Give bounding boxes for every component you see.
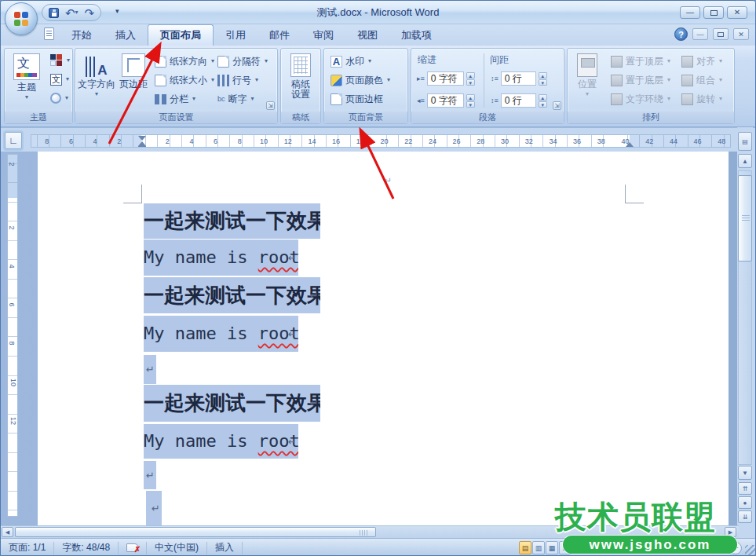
paragraph-line[interactable]: My name is rootxo。↵ (144, 424, 298, 459)
scroll-down-button[interactable]: ▼ (738, 466, 752, 480)
spacing-after-spinner[interactable]: ▲▼ (539, 94, 547, 108)
paragraph-mark: ↵ (310, 215, 319, 227)
select-browse-object-button[interactable]: ● (738, 496, 752, 509)
manuscript-settings-button[interactable]: 稿纸 设置 (283, 50, 318, 113)
empty-paragraph-line[interactable]: ↵ (144, 461, 156, 489)
paragraph-line[interactable]: 一起来测试一下效果吧。↵ (144, 203, 320, 239)
text-direction-button[interactable]: A 文字方向 ▾ (78, 50, 115, 113)
empty-paragraph-line[interactable]: ↵ (146, 491, 162, 525)
doc-minimize-button[interactable]: — (692, 28, 708, 40)
resize-grip[interactable] (745, 545, 755, 555)
maximize-button[interactable] (703, 6, 724, 19)
close-button[interactable]: ✕ (727, 6, 747, 19)
theme-effects-button[interactable]: ▾ (48, 90, 71, 107)
help-button[interactable]: ? (674, 27, 688, 41)
tab-home[interactable]: 开始 (60, 24, 104, 46)
columns-button[interactable]: 分栏▾ (152, 90, 198, 108)
themes-button[interactable]: 主题 ▾ (7, 50, 46, 113)
margins-button[interactable]: 页边距 (116, 50, 151, 113)
tab-review[interactable]: 审阅 (301, 24, 345, 46)
tab-references[interactable]: 引用 (214, 24, 257, 46)
document-page[interactable]: ↵ 一起来测试一下效果吧。↵ My name is rootxo。↵ 一起来测试… (38, 152, 729, 525)
empty-paragraph-line[interactable]: ↵ (144, 355, 156, 384)
tab-selector-button[interactable]: ∟ (5, 132, 22, 149)
bring-to-front-icon (611, 56, 623, 68)
bring-to-front-button[interactable]: 置于顶层▾ (608, 53, 673, 70)
spacing-before-spinner[interactable]: ▲▼ (539, 72, 547, 86)
right-indent-marker[interactable] (626, 142, 634, 147)
tab-insert[interactable]: 插入 (104, 24, 148, 46)
paragraph-line[interactable]: 一起来测试一下效果吧。↵ (144, 385, 320, 422)
scroll-up-button[interactable]: ▲ (738, 154, 752, 168)
send-to-back-button[interactable]: 置于底层▾ (608, 71, 673, 89)
scrollbar-thumb[interactable] (738, 175, 752, 262)
page-borders-button[interactable]: 页面边框 (328, 90, 385, 108)
tab-view[interactable]: 视图 (345, 24, 389, 46)
group-button[interactable]: 组合▾ (679, 71, 725, 89)
doc-close-button[interactable]: ✕ (733, 28, 749, 40)
paragraph-line[interactable]: My name is rootxo。↵ (144, 316, 298, 352)
previous-page-button[interactable]: ⇈ (738, 482, 752, 495)
ruler-number: 38 (596, 137, 607, 145)
ruler-toggle-button[interactable]: ▤ (738, 132, 752, 151)
hyphenation-button[interactable]: bc 断字▾ (215, 90, 257, 108)
position-label: 位置 (578, 79, 597, 90)
ruler-number: 12 (283, 137, 294, 145)
next-page-button[interactable]: ⇊ (738, 510, 752, 523)
left-indent-marker[interactable] (138, 146, 146, 148)
print-layout-view-button[interactable]: ▤ (519, 541, 531, 554)
orientation-button[interactable]: 纸张方向▾ (152, 53, 217, 70)
doc-restore-button[interactable] (713, 28, 729, 40)
status-insert-mode[interactable]: 插入 (207, 542, 243, 554)
status-page-number[interactable]: 页面: 1/1 (1, 542, 54, 554)
text-wrapping-button[interactable]: 文字环绕▾ (608, 90, 673, 108)
position-button[interactable]: 位置 ▾ (572, 50, 603, 113)
status-word-count[interactable]: 字数: 48/48 (54, 542, 119, 554)
minimize-button[interactable]: — (680, 6, 700, 19)
web-layout-view-button[interactable]: ▦ (546, 541, 558, 554)
line-numbers-button[interactable]: 行号▾ (215, 71, 261, 89)
ruler-number: 8 (8, 342, 16, 346)
tab-page-layout[interactable]: 页面布局 (148, 24, 214, 46)
breaks-button[interactable]: 分隔符▾ (215, 53, 270, 70)
v-ruler[interactable]: 224681012 (7, 154, 18, 517)
indent-right-input[interactable]: 0 字符 (427, 93, 464, 108)
ruler-number: 26 (451, 137, 462, 145)
tab-mailings[interactable]: 邮件 (257, 24, 301, 46)
page-setup-dialog-launcher[interactable]: ⇲ (266, 101, 275, 110)
paragraph-mark: ↵ (310, 290, 319, 302)
ruler-number: 12 (9, 417, 17, 425)
h-ruler[interactable]: 8642246810121416182022242628303234363840… (31, 134, 731, 148)
indent-left-spinner[interactable]: ▲▼ (466, 72, 475, 86)
themes-icon (13, 53, 40, 80)
paragraph-line[interactable]: My name is rootxo。↵ (144, 240, 298, 276)
first-line-indent-marker[interactable] (138, 136, 146, 141)
page-color-button[interactable]: 页面颜色▾ (328, 71, 393, 89)
ruler-number: 18 (355, 137, 366, 145)
status-proofing[interactable]: ✗ (119, 542, 147, 554)
rotate-icon (681, 93, 693, 105)
theme-effects-icon (50, 93, 61, 104)
office-button[interactable] (5, 2, 38, 35)
scroll-left-button[interactable]: ◀ (2, 527, 13, 537)
paragraph-line[interactable]: 一起来测试一下效果吧。↵ (144, 277, 320, 313)
rotate-button[interactable]: 旋转▾ (679, 90, 725, 108)
paragraph-dialog-launcher[interactable]: ⇲ (553, 101, 561, 110)
watermark-button[interactable]: A 水印▾ (328, 53, 374, 70)
indent-right-spinner[interactable]: ▲▼ (466, 94, 475, 108)
spacing-after-input[interactable]: 0 行 (501, 93, 536, 108)
text-direction-icon: A (86, 53, 107, 77)
theme-colors-button[interactable]: ▾ (48, 52, 72, 69)
tab-addins[interactable]: 加载项 (389, 24, 444, 46)
full-screen-reading-view-button[interactable]: ▥ (532, 541, 545, 554)
status-language[interactable]: 中文(中国) (147, 542, 207, 554)
spacing-before-input[interactable]: 0 行 (501, 71, 536, 86)
paper-size-button[interactable]: 纸张大小▾ (152, 71, 217, 89)
h-scrollbar-thumb[interactable] (15, 527, 376, 537)
theme-fonts-button[interactable]: 文▾ (48, 71, 71, 88)
group-paragraph: 缩进 间距 ▸≡ 0 字符 ▲▼ ◂≡ 0 字符 ▲▼ ↕≡ 0 行 ▲▼ ↕≡… (411, 48, 564, 124)
indent-left-input[interactable]: 0 字符 (427, 71, 464, 86)
ruler-number: 30 (499, 137, 510, 145)
rotate-label: 旋转 (696, 93, 715, 106)
align-button[interactable]: 对齐▾ (679, 53, 725, 70)
